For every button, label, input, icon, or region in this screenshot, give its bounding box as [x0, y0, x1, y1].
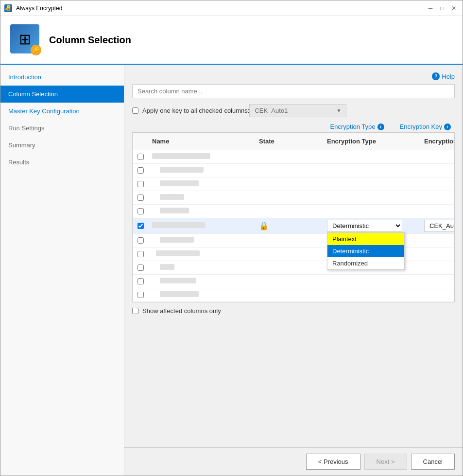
row-check-9[interactable]: [133, 263, 148, 272]
help-icon: ?: [432, 72, 440, 80]
encryption-key-select[interactable]: CEK_Auto1: [424, 220, 454, 232]
table-row: [133, 205, 454, 218]
row-enc-key-6: CEK_Auto1: [420, 218, 454, 233]
next-button: Next >: [364, 454, 407, 470]
cancel-button[interactable]: Cancel: [411, 454, 455, 470]
encryption-type-dropdown-menu: Plaintext Deterministic Randomized: [327, 232, 405, 270]
blurred-text: [160, 264, 174, 270]
page-title: Column Selection: [49, 35, 131, 46]
row-check-3[interactable]: [133, 179, 148, 189]
key-dropdown[interactable]: CEK_Auto1 ▼: [249, 104, 346, 117]
sidebar-item-master-key[interactable]: Master Key Configuration: [0, 103, 124, 120]
previous-button[interactable]: < Previous: [306, 454, 360, 470]
blurred-text: [160, 278, 196, 283]
row-name-1: [148, 152, 255, 162]
header-icon-badge: 🔑: [31, 45, 41, 55]
search-input[interactable]: [132, 84, 455, 98]
show-affected-checkbox[interactable]: [132, 308, 138, 314]
window: 🔒 Always Encrypted ─ □ ✕ ⊞ 🔑 Column Sele…: [0, 0, 463, 476]
row-name-4: [148, 193, 255, 203]
table-row: [133, 164, 454, 177]
row-state-6: 🔒: [255, 220, 323, 232]
encryption-type-info-icon: i: [377, 123, 384, 130]
app-icon: 🔒: [4, 4, 12, 12]
row-name-9: [148, 263, 255, 273]
chevron-down-icon: ▼: [337, 108, 342, 113]
row-name-2: [148, 165, 255, 176]
grid-icon: ⊞: [19, 31, 31, 48]
blurred-text: [160, 208, 189, 213]
blurred-text: [152, 153, 210, 159]
sidebar-item-column-selection[interactable]: Column Selection: [0, 86, 124, 103]
row-check-11[interactable]: [133, 290, 148, 300]
blurred-text: [160, 180, 199, 186]
main-content: ? Help Apply one key to all checked colu…: [124, 65, 463, 476]
sidebar-item-results: Results: [0, 154, 124, 171]
row-check-7[interactable]: [133, 236, 148, 245]
close-button[interactable]: ✕: [449, 3, 459, 13]
row-name-3: [148, 179, 255, 189]
row-enc-type-6: Deterministic Plaintext Randomized Plain…: [323, 218, 420, 233]
option-plaintext[interactable]: Plaintext: [327, 233, 404, 245]
table-row: [133, 261, 454, 275]
row-name-8: [148, 249, 255, 259]
header-icon: ⊞ 🔑: [10, 24, 41, 55]
apply-checkbox[interactable]: [132, 107, 138, 114]
show-affected-row: Show affected columns only: [132, 302, 455, 319]
window-title: Always Encrypted: [16, 5, 426, 12]
th-encryption-key: Encryption Key: [420, 136, 455, 147]
bottom-bar: < Previous Next > Cancel: [124, 447, 463, 476]
row-state-1: [255, 156, 323, 159]
content-area: Introduction Column Selection Master Key…: [0, 65, 463, 476]
option-deterministic[interactable]: Deterministic: [327, 245, 404, 257]
sidebar-item-introduction[interactable]: Introduction: [0, 69, 124, 86]
row-check-5[interactable]: [133, 207, 148, 216]
blurred-text: [160, 291, 199, 297]
key-icon: 🔑: [33, 47, 40, 53]
maximize-button[interactable]: □: [437, 3, 447, 13]
blurred-text: [152, 222, 206, 228]
table-row: [133, 177, 454, 191]
row-name-5: [148, 206, 255, 216]
blurred-text: [156, 250, 200, 256]
table-row: 🔒 Deterministic Plaintext Randomized: [133, 218, 454, 234]
th-name: Name: [148, 136, 255, 147]
encryption-type-select[interactable]: Deterministic Plaintext Randomized: [327, 220, 402, 232]
sidebar-item-summary: Summary: [0, 137, 124, 154]
table-row: [133, 191, 454, 205]
apply-row: Apply one key to all checked columns: CE…: [132, 104, 455, 117]
row-enc-key-1: [420, 156, 454, 159]
row-check-6[interactable]: [133, 221, 148, 230]
main-inner: ? Help Apply one key to all checked colu…: [124, 65, 463, 447]
option-randomized[interactable]: Randomized: [327, 257, 404, 269]
help-link[interactable]: ? Help: [432, 72, 455, 80]
minimize-button[interactable]: ─: [426, 3, 435, 13]
table-row: [133, 150, 454, 164]
th-state: State: [255, 136, 323, 147]
table-row: [133, 247, 454, 261]
blurred-text: [160, 167, 204, 173]
table-row: [133, 275, 454, 288]
row-enc-type-1: [323, 156, 420, 159]
table-row: [133, 234, 454, 247]
sidebar: Introduction Column Selection Master Key…: [0, 65, 124, 476]
row-name-7: [148, 235, 255, 246]
title-bar: 🔒 Always Encrypted ─ □ ✕: [0, 0, 463, 16]
encryption-type-info: Encryption Type i: [330, 123, 384, 130]
table-body: 🔒 Deterministic Plaintext Randomized: [133, 150, 454, 302]
blurred-text: [160, 237, 194, 243]
window-controls: ─ □ ✕: [426, 3, 459, 13]
encryption-type-dropdown-container: Deterministic Plaintext Randomized Plain…: [327, 220, 402, 232]
row-check-10[interactable]: [133, 277, 148, 286]
th-check: [133, 136, 148, 147]
row-check-4[interactable]: [133, 193, 148, 202]
table-row: [133, 288, 454, 302]
row-check-2[interactable]: [133, 166, 148, 175]
row-check-1[interactable]: [133, 152, 148, 161]
row-check-8[interactable]: [133, 249, 148, 259]
table-container: Name State Encryption Type Encryption Ke…: [132, 132, 455, 302]
encryption-key-info: Encryption Key i: [400, 123, 451, 130]
header: ⊞ 🔑 Column Selection: [0, 16, 463, 65]
apply-label: Apply one key to all checked columns:: [132, 107, 249, 114]
row-name-6: [148, 221, 255, 231]
